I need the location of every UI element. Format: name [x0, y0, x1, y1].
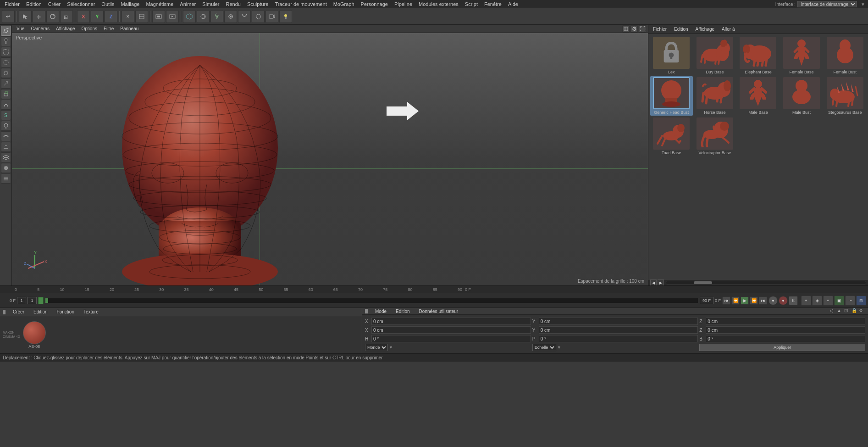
mode-menu-donnees[interactable]: Données utilisateur: [416, 308, 461, 314]
interface-select[interactable]: Interface de démarrage: [797, 1, 857, 7]
coord-p-input[interactable]: [539, 335, 698, 342]
asset-horse-base[interactable]: Horse Base: [694, 76, 736, 116]
select-tool[interactable]: [19, 10, 32, 23]
path-btn[interactable]: [238, 10, 251, 23]
asset-toad-base[interactable]: Toad Base: [650, 117, 693, 156]
viewport-settings-btn[interactable]: ⚙: [630, 25, 638, 33]
add-key-btn[interactable]: +: [801, 296, 811, 306]
menu-magnetisme[interactable]: Magnétisme: [143, 1, 176, 7]
viewport-menu-vue[interactable]: Vue: [14, 26, 27, 32]
sculpt-menu-edition[interactable]: Edition: [31, 309, 50, 315]
material-slot[interactable]: AS-08: [23, 321, 46, 349]
viewport-expand-btn[interactable]: [622, 25, 630, 33]
sculpt-mode-btn[interactable]: [1, 26, 11, 36]
axis-x-button[interactable]: X: [77, 10, 90, 23]
flatten-btn[interactable]: [1, 142, 11, 152]
lasso-btn[interactable]: [1, 68, 11, 78]
object-mode-btn[interactable]: ✕: [122, 10, 134, 23]
menu-mograph[interactable]: MoGraph: [331, 1, 357, 7]
polygon-btn[interactable]: [252, 10, 265, 23]
mode-menu-edition[interactable]: Edition: [393, 308, 413, 314]
options-btn[interactable]: [1, 163, 11, 173]
asset-menu-aller[interactable]: Aller à: [720, 27, 736, 32]
asset-female-base[interactable]: Female Base: [780, 36, 823, 75]
wire-mode-btn[interactable]: [135, 10, 148, 23]
menu-script[interactable]: Script: [462, 1, 481, 7]
asset-menu-edition[interactable]: Edition: [672, 27, 690, 32]
frame-input[interactable]: [17, 297, 26, 304]
menu-maillage[interactable]: Maillage: [118, 1, 142, 7]
brush-btn[interactable]: [1, 121, 11, 131]
asset-elephant-base[interactable]: Elephant Base: [737, 36, 780, 75]
coord-h-input[interactable]: [371, 335, 531, 342]
scroll-thumb[interactable]: [694, 281, 712, 284]
timeline-options-btn[interactable]: ⋯: [845, 296, 855, 306]
echelle-select[interactable]: Echelle: [532, 344, 556, 351]
coord-z-input[interactable]: [706, 318, 865, 325]
coord-x2-input[interactable]: [371, 326, 531, 334]
viewport-canvas[interactable]: Perspective: [12, 33, 648, 285]
asset-stegosaurus-base[interactable]: Stegosaurus Base: [824, 76, 866, 116]
coord-y-input[interactable]: [539, 318, 698, 325]
key-type-btn[interactable]: ◈: [812, 296, 822, 306]
axis-y-button[interactable]: Y: [91, 10, 104, 23]
menu-traceur[interactable]: Traceur de mouvement: [272, 1, 329, 7]
go-start-btn[interactable]: ⏮: [722, 296, 730, 305]
frame-current-input[interactable]: [28, 297, 37, 304]
undo-button[interactable]: ↩: [2, 10, 15, 23]
animation-btn[interactable]: ⚬: [823, 296, 833, 306]
coord-x-input[interactable]: [371, 318, 531, 325]
menu-sculpture[interactable]: Sculpture: [244, 1, 271, 7]
key-btn[interactable]: K: [789, 296, 798, 305]
camera-btn[interactable]: [265, 10, 278, 23]
scroll-track[interactable]: [666, 281, 866, 285]
viewport-menu-options[interactable]: Options: [79, 26, 100, 32]
asset-female-bust[interactable]: Female Bust: [824, 36, 866, 75]
coord-b-input[interactable]: [706, 335, 865, 342]
mode-settings-btn[interactable]: ⚙: [859, 308, 865, 314]
asset-menu-affichage[interactable]: Affichage: [694, 27, 717, 32]
magnet-btn[interactable]: S: [1, 110, 11, 120]
select-rect-btn[interactable]: [1, 47, 11, 57]
timeline-expand-btn[interactable]: ⊞: [856, 296, 866, 306]
appliquer-button[interactable]: Appliquer: [699, 344, 865, 351]
extrude-btn[interactable]: [1, 89, 11, 99]
playhead[interactable]: [45, 298, 48, 303]
menu-aide[interactable]: Aide: [505, 1, 521, 7]
sculpt-menu-creer[interactable]: Créer: [10, 309, 27, 315]
menu-outils[interactable]: Outils: [99, 1, 117, 7]
scroll-right-btn[interactable]: ▶: [658, 279, 664, 286]
smooth-btn[interactable]: [1, 131, 11, 141]
menu-simuler[interactable]: Simuler: [199, 1, 222, 7]
viewport-fullscreen-btn[interactable]: ⛶: [639, 25, 646, 33]
menu-fenetre[interactable]: Fenêtre: [481, 1, 504, 7]
render-btn1[interactable]: [152, 10, 165, 23]
frame-end-input[interactable]: [700, 297, 713, 304]
go-end-btn[interactable]: ⏭: [759, 296, 767, 305]
cone-btn[interactable]: [210, 10, 223, 23]
bend-btn[interactable]: [1, 100, 11, 110]
asset-lex[interactable]: Lex: [650, 36, 693, 75]
record-mode-btn[interactable]: ●: [768, 296, 778, 305]
asset-male-bust[interactable]: Male Bust: [780, 76, 823, 116]
coord-z2-input[interactable]: [706, 326, 865, 334]
menu-selectionner[interactable]: Sélectionner: [64, 1, 98, 7]
mode-menu-mode[interactable]: Mode: [372, 308, 389, 314]
sphere-btn[interactable]: [197, 10, 210, 23]
viewport-menu-affichage[interactable]: Affichage: [53, 26, 78, 32]
menu-modules[interactable]: Modules externes: [416, 1, 461, 7]
menu-edition[interactable]: Edition: [23, 1, 44, 7]
menu-creer[interactable]: Créer: [45, 1, 64, 7]
render-btn2[interactable]: [166, 10, 179, 23]
cube-btn[interactable]: [183, 10, 196, 23]
scale-tool[interactable]: ⊞: [60, 10, 73, 23]
mode-up-btn[interactable]: ▲: [837, 308, 843, 314]
layers-btn[interactable]: [1, 152, 11, 162]
timeline-track[interactable]: [45, 298, 698, 303]
menu-personnage[interactable]: Personnage: [358, 1, 391, 7]
asset-male-base[interactable]: Male Base: [737, 76, 780, 116]
sculpt-menu-fonction[interactable]: Fonction: [54, 309, 77, 315]
sculpt-menu-texture[interactable]: Texture: [81, 309, 101, 315]
start-marker[interactable]: [38, 297, 44, 304]
move-tool[interactable]: ✛: [33, 10, 45, 23]
